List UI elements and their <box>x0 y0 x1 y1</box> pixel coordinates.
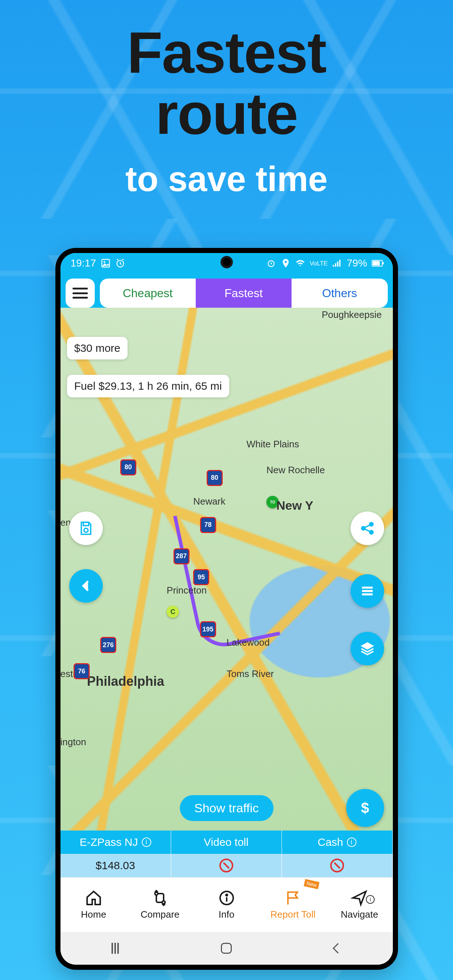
route-type-tabs: Cheapest Fastest Others <box>100 278 388 308</box>
route-list-button[interactable] <box>351 574 384 608</box>
info-icon[interactable]: i <box>347 837 356 847</box>
nav-info-label: Info <box>219 909 234 920</box>
toll-header-cash[interactable]: Cashi <box>282 830 393 854</box>
main-menu-button[interactable] <box>65 278 95 308</box>
shield-i195: 195 <box>200 621 216 637</box>
image-icon <box>100 258 111 268</box>
route-summary-pill[interactable]: Fuel $29.13, 1 h 26 min, 65 mi <box>67 375 229 398</box>
nav-info[interactable]: Info <box>193 878 259 932</box>
svg-rect-5 <box>333 265 335 267</box>
map-city-tomsriver: Toms River <box>227 668 274 679</box>
nav-report-toll[interactable]: New Report Toll <box>260 878 326 932</box>
shield-i287: 287 <box>173 548 189 565</box>
top-controls-row: Cheapest Fastest Others <box>60 274 393 308</box>
back-button[interactable] <box>69 569 103 603</box>
map-city-princeton: Princeton <box>167 585 207 596</box>
nav-compare-label: Compare <box>141 909 180 920</box>
map-city-lakewood: Lakewood <box>227 637 270 648</box>
map-layers-button[interactable] <box>351 632 384 665</box>
shield-i276: 276 <box>100 637 116 653</box>
battery-icon <box>372 260 383 267</box>
tab-fastest[interactable]: Fastest <box>196 278 292 308</box>
alarm-icon <box>115 258 126 268</box>
svg-point-10 <box>84 528 88 532</box>
toll-price-cash <box>282 854 393 877</box>
wifi-icon <box>295 258 305 268</box>
map-city-poughkeepsie: Poughkeepsie <box>322 309 382 320</box>
marketing-hero: Fastest route to save time <box>0 0 453 199</box>
cost-delta-pill[interactable]: $30 more <box>67 337 128 360</box>
nav-compare[interactable]: Compare <box>127 878 193 932</box>
map-city-new-rochelle: New Rochelle <box>266 465 325 476</box>
share-button[interactable] <box>351 512 384 545</box>
not-available-icon <box>330 859 344 872</box>
battery-percent: 79% <box>347 258 367 269</box>
map-city-newyork: New Y <box>276 498 313 512</box>
alarm-icon <box>266 258 276 268</box>
toll-header-ezpass[interactable]: E-ZPass NJi <box>60 830 171 854</box>
network-label: VoLTE <box>310 260 328 267</box>
svg-rect-6 <box>335 263 337 267</box>
toll-table-header: E-ZPass NJi Video toll Cashi <box>60 830 393 854</box>
toll-price-ezpass: $148.03 <box>60 854 171 877</box>
new-badge: New <box>304 879 319 889</box>
info-icon[interactable]: i <box>142 837 151 847</box>
toll-comparison-table: E-ZPass NJi Video toll Cashi $148.03 <box>60 830 393 877</box>
tab-cheapest[interactable]: Cheapest <box>100 278 196 308</box>
tab-others[interactable]: Others <box>292 278 388 308</box>
not-available-icon <box>219 859 233 872</box>
status-time: 19:17 <box>71 258 96 269</box>
phone-screen: 19:17 VoLTE <box>60 253 393 965</box>
nav-navigate-label: Navigate <box>341 909 378 920</box>
sys-home-button[interactable] <box>221 943 232 954</box>
svg-rect-8 <box>339 260 341 267</box>
map-canvas[interactable]: C TO $30 more Fuel $29.13, 1 h 26 min, 6… <box>60 308 393 830</box>
map-city-white-plains: White Plains <box>246 439 299 450</box>
bottom-navigation: Home Compare Info New Report Toll i Navi… <box>60 877 393 932</box>
nav-home[interactable]: Home <box>60 878 127 932</box>
svg-point-4 <box>285 261 287 263</box>
save-route-button[interactable] <box>69 512 103 545</box>
price-fab[interactable]: $ <box>346 789 384 827</box>
phone-camera-cutout <box>221 256 233 268</box>
android-system-nav <box>60 932 393 965</box>
route-pin-from[interactable]: C <box>167 606 179 618</box>
hero-headline: Fastest route <box>0 22 453 145</box>
shield-i80: 80 <box>120 460 136 476</box>
toll-price-video <box>171 854 282 877</box>
shield-i95: 95 <box>193 569 209 585</box>
shield-i80-2: 80 <box>207 470 223 486</box>
toll-header-video[interactable]: Video toll <box>171 830 282 854</box>
shield-i76: 76 <box>74 663 90 679</box>
map-city-philadelphia: Philadelphia <box>87 674 164 689</box>
nav-report-label: Report Toll <box>270 909 316 920</box>
location-icon <box>281 258 291 268</box>
hero-subhead: to save time <box>0 159 453 199</box>
signal-icon <box>332 258 342 268</box>
nav-navigate[interactable]: i Navigate <box>326 878 393 932</box>
nav-home-label: Home <box>81 909 106 920</box>
svg-point-17 <box>226 894 227 896</box>
info-icon: i <box>366 895 375 904</box>
map-city-newark: Newark <box>193 496 225 507</box>
svg-point-1 <box>103 261 105 263</box>
map-city-ington: ington <box>60 737 86 748</box>
toll-table-row: $148.03 <box>60 854 393 877</box>
svg-rect-7 <box>337 261 339 267</box>
shield-i78: 78 <box>200 517 216 533</box>
svg-rect-9 <box>83 522 89 526</box>
phone-frame: 19:17 VoLTE <box>56 248 398 970</box>
pin-to-label: TO <box>270 500 275 504</box>
sys-back-button[interactable] <box>333 943 343 953</box>
hamburger-icon <box>73 288 88 299</box>
sys-recents-button[interactable] <box>111 943 119 954</box>
show-traffic-button[interactable]: Show traffic <box>180 795 273 821</box>
